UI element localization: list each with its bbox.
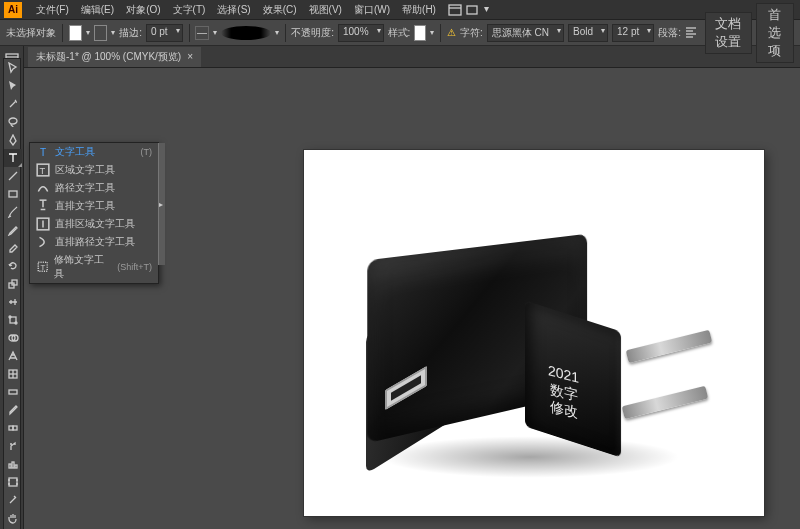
font-weight-dropdown[interactable]: Bold bbox=[568, 24, 608, 42]
menu-select[interactable]: 选择(S) bbox=[211, 3, 256, 17]
blend-tool[interactable] bbox=[4, 419, 22, 437]
svg-point-9 bbox=[9, 118, 17, 124]
document-tab-bar: 未标题-1* @ 100% (CMYK/预览) × bbox=[0, 46, 800, 68]
free-transform-tool[interactable] bbox=[4, 311, 22, 329]
document-tab[interactable]: 未标题-1* @ 100% (CMYK/预览) × bbox=[28, 47, 201, 67]
flyout-label: 直排文字工具 bbox=[55, 199, 115, 213]
stroke-width-uniform-icon[interactable]: — bbox=[195, 26, 208, 40]
type-icon: T bbox=[36, 146, 50, 158]
adapter-image: 2021 数字 修改 bbox=[370, 246, 730, 476]
artboard[interactable]: 2021 数字 修改 bbox=[304, 150, 764, 516]
svg-rect-28 bbox=[9, 478, 17, 486]
svg-rect-2 bbox=[467, 6, 477, 14]
rotate-tool[interactable] bbox=[4, 257, 22, 275]
opacity-input[interactable]: 100% bbox=[338, 24, 384, 42]
flyout-path-type-tool[interactable]: 路径文字工具 bbox=[30, 179, 158, 197]
preferences-button[interactable]: 首选项 bbox=[756, 3, 794, 63]
chevron-down-icon[interactable]: ▾ bbox=[213, 28, 217, 37]
pencil-tool[interactable] bbox=[4, 221, 22, 239]
gradient-tool[interactable] bbox=[4, 383, 22, 401]
flyout-vertical-type-tool[interactable]: 直排文字工具 bbox=[30, 197, 158, 215]
flyout-label: 文字工具 bbox=[55, 145, 95, 159]
chevron-down-icon[interactable]: ▾ bbox=[86, 28, 90, 37]
document-tab-title: 未标题-1* @ 100% (CMYK/预览) bbox=[36, 50, 181, 64]
warning-icon[interactable]: ⚠ bbox=[447, 27, 456, 38]
style-label: 样式: bbox=[388, 26, 411, 40]
lasso-tool[interactable] bbox=[4, 113, 22, 131]
style-swatch[interactable] bbox=[414, 25, 426, 41]
menu-effect[interactable]: 效果(C) bbox=[257, 3, 303, 17]
flyout-area-type-tool[interactable]: T 区域文字工具 bbox=[30, 161, 158, 179]
artboard-tool[interactable] bbox=[4, 473, 22, 491]
area-type-icon: T bbox=[36, 164, 50, 176]
bridge-icon[interactable] bbox=[465, 3, 479, 17]
menu-edit[interactable]: 编辑(E) bbox=[75, 3, 120, 17]
flyout-vertical-path-type-tool[interactable]: 直排路径文字工具 bbox=[30, 233, 158, 251]
line-tool[interactable] bbox=[4, 167, 22, 185]
menu-view[interactable]: 视图(V) bbox=[303, 3, 348, 17]
canvas-area[interactable]: 2021 数字 修改 bbox=[24, 68, 800, 529]
flyout-vertical-area-type-tool[interactable]: 直排区域文字工具 bbox=[30, 215, 158, 233]
menu-help[interactable]: 帮助(H) bbox=[396, 3, 442, 17]
svg-line-10 bbox=[9, 172, 17, 180]
perspective-grid-tool[interactable] bbox=[4, 347, 22, 365]
chevron-down-icon[interactable]: ▾ bbox=[111, 28, 115, 37]
eyedropper-tool[interactable] bbox=[4, 401, 22, 419]
flyout-label: 直排区域文字工具 bbox=[55, 217, 135, 231]
close-icon[interactable]: × bbox=[187, 51, 193, 62]
svg-rect-0 bbox=[449, 5, 461, 15]
flyout-label: 直排路径文字工具 bbox=[55, 235, 135, 249]
menu-file[interactable]: 文件(F) bbox=[30, 3, 75, 17]
plug-prong bbox=[626, 330, 713, 363]
flyout-tearoff-handle[interactable] bbox=[158, 143, 165, 265]
opacity-label: 不透明度: bbox=[291, 26, 334, 40]
column-graph-tool[interactable] bbox=[4, 455, 22, 473]
layout-icon[interactable] bbox=[448, 3, 462, 17]
stroke-swatch[interactable] bbox=[94, 25, 107, 41]
flyout-shortcut: (T) bbox=[141, 147, 153, 157]
align-left-icon[interactable] bbox=[685, 26, 697, 40]
flyout-type-tool[interactable]: T 文字工具 (T) bbox=[30, 143, 158, 161]
vertical-type-icon bbox=[36, 200, 50, 212]
fill-swatch[interactable] bbox=[69, 25, 82, 41]
rectangle-tool[interactable] bbox=[4, 185, 22, 203]
font-label: 字符: bbox=[460, 26, 483, 40]
chevron-down-icon[interactable]: ▾ bbox=[430, 28, 434, 37]
hand-tool[interactable] bbox=[4, 509, 22, 527]
selection-tool[interactable] bbox=[4, 59, 22, 77]
direct-selection-tool[interactable] bbox=[4, 77, 22, 95]
chevron-down-icon[interactable]: ▾ bbox=[484, 3, 489, 17]
slice-tool[interactable] bbox=[4, 491, 22, 509]
brush-preview[interactable] bbox=[221, 26, 271, 40]
adapter-text-label: 2021 数字 修改 bbox=[548, 362, 579, 422]
eraser-tool[interactable] bbox=[4, 239, 22, 257]
svg-rect-27 bbox=[15, 465, 17, 468]
svg-rect-25 bbox=[9, 464, 11, 468]
shape-builder-tool[interactable] bbox=[4, 329, 22, 347]
font-size-dropdown[interactable]: 12 pt bbox=[612, 24, 654, 42]
path-type-icon bbox=[36, 182, 50, 194]
flyout-touch-type-tool[interactable]: T 修饰文字工具 (Shift+T) bbox=[30, 251, 158, 283]
plug-prong bbox=[622, 386, 709, 419]
symbol-sprayer-tool[interactable] bbox=[4, 437, 22, 455]
menu-object[interactable]: 对象(O) bbox=[120, 3, 166, 17]
stroke-weight-input[interactable]: 0 pt bbox=[146, 24, 183, 42]
document-setup-button[interactable]: 文档设置 bbox=[705, 12, 752, 54]
svg-rect-11 bbox=[9, 191, 17, 197]
paintbrush-tool[interactable] bbox=[4, 203, 22, 221]
chevron-down-icon[interactable]: ▾ bbox=[275, 28, 279, 37]
menubar-extras: ▾ bbox=[448, 3, 489, 17]
toolbox: ⁄ bbox=[3, 58, 21, 529]
scale-tool[interactable] bbox=[4, 275, 22, 293]
type-tool[interactable] bbox=[4, 149, 22, 167]
menu-type[interactable]: 文字(T) bbox=[167, 3, 212, 17]
pen-tool[interactable] bbox=[4, 131, 22, 149]
magic-wand-tool[interactable] bbox=[4, 95, 22, 113]
font-family-dropdown[interactable]: 思源黑体 CN bbox=[487, 24, 564, 42]
vertical-path-type-icon bbox=[36, 236, 50, 248]
selection-label: 未选择对象 bbox=[6, 26, 56, 40]
width-tool[interactable] bbox=[4, 293, 22, 311]
menu-window[interactable]: 窗口(W) bbox=[348, 3, 396, 17]
type-tool-flyout: T 文字工具 (T) T 区域文字工具 路径文字工具 直排文字工具 直排区域文字… bbox=[29, 142, 159, 284]
mesh-tool[interactable] bbox=[4, 365, 22, 383]
